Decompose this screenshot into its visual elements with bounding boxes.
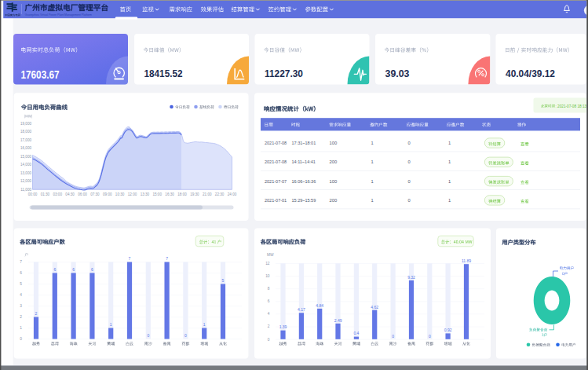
svg-text:0: 0 bbox=[20, 337, 22, 341]
svg-text:6: 6 bbox=[72, 267, 75, 272]
svg-text:7: 7 bbox=[166, 256, 168, 261]
svg-text:14,000: 14,000 bbox=[20, 163, 31, 167]
svg-text:7: 7 bbox=[20, 260, 22, 264]
svg-text:10: 10 bbox=[265, 274, 270, 278]
svg-text:13,000: 13,000 bbox=[20, 171, 31, 175]
svg-text:18,000: 18,000 bbox=[20, 130, 31, 134]
svg-text:15:29~15:59: 15:29~15:59 bbox=[292, 198, 316, 203]
svg-text:6: 6 bbox=[20, 271, 22, 275]
svg-text:1: 1 bbox=[371, 198, 374, 203]
svg-text:: 2021-07-08 18:13: : 2021-07-08 18:13 bbox=[556, 104, 587, 108]
svg-text:10:30: 10:30 bbox=[115, 192, 125, 196]
svg-text:0: 0 bbox=[392, 334, 394, 339]
svg-text:3: 3 bbox=[20, 304, 22, 308]
svg-text:1: 1 bbox=[371, 179, 374, 184]
svg-text:15,000: 15,000 bbox=[20, 155, 31, 159]
svg-text:0: 0 bbox=[184, 333, 187, 338]
svg-text:1: 1 bbox=[371, 159, 374, 164]
svg-text:19,000: 19,000 bbox=[20, 122, 31, 126]
svg-text:09:00: 09:00 bbox=[103, 192, 112, 196]
svg-text:40.04/39.12: 40.04/39.12 bbox=[506, 68, 555, 79]
svg-text:16:30: 16:30 bbox=[165, 192, 174, 196]
svg-text:11227.30: 11227.30 bbox=[265, 68, 303, 79]
svg-text:2.49: 2.49 bbox=[334, 318, 342, 323]
svg-text:0: 0 bbox=[408, 198, 411, 203]
svg-text:6: 6 bbox=[53, 267, 56, 272]
svg-text:1: 1 bbox=[110, 322, 112, 327]
svg-text:24:00: 24:00 bbox=[228, 192, 237, 196]
svg-text:9.32: 9.32 bbox=[407, 275, 415, 280]
svg-text:01:30: 01:30 bbox=[41, 192, 50, 196]
svg-text:0.4: 0.4 bbox=[353, 331, 359, 335]
svg-text:4.62: 4.62 bbox=[371, 305, 378, 310]
svg-text:03:00: 03:00 bbox=[53, 192, 62, 196]
svg-text:00:00: 00:00 bbox=[28, 192, 38, 196]
svg-text:21:00: 21:00 bbox=[203, 192, 212, 196]
svg-text:1: 1 bbox=[448, 159, 451, 164]
svg-text:6: 6 bbox=[91, 267, 93, 272]
svg-text:100: 100 bbox=[330, 141, 338, 145]
svg-text:0: 0 bbox=[408, 159, 411, 164]
svg-text:2021-07-08: 2021-07-08 bbox=[265, 159, 287, 164]
svg-text:16,000: 16,000 bbox=[20, 146, 31, 150]
svg-text:2021-07-01: 2021-07-01 bbox=[265, 198, 287, 203]
svg-text:12,000: 12,000 bbox=[20, 179, 31, 183]
svg-text:14:11~14:41: 14:11~14:41 bbox=[292, 159, 316, 164]
svg-text:0.92: 0.92 bbox=[444, 328, 452, 332]
svg-text:2021-07-08: 2021-07-08 bbox=[265, 141, 287, 145]
svg-text:0: 0 bbox=[268, 338, 270, 342]
svg-text:16:06~16:36: 16:06~16:36 bbox=[292, 179, 316, 184]
svg-text:18:00: 18:00 bbox=[177, 192, 187, 196]
svg-text:MW: MW bbox=[267, 253, 274, 257]
svg-text:8: 8 bbox=[268, 287, 270, 291]
svg-text:2021-07-07: 2021-07-07 bbox=[265, 179, 287, 184]
svg-text:17:31~18:01: 17:31~18:01 bbox=[292, 141, 316, 145]
svg-text:04:30: 04:30 bbox=[65, 192, 75, 196]
svg-text:39.03: 39.03 bbox=[385, 68, 410, 79]
svg-text:17603.67: 17603.67 bbox=[21, 69, 60, 81]
svg-text:11.89: 11.89 bbox=[462, 258, 471, 263]
svg-text:4: 4 bbox=[20, 293, 22, 297]
svg-text:6: 6 bbox=[268, 299, 270, 303]
svg-text:0: 0 bbox=[408, 141, 411, 145]
svg-text:12:00: 12:00 bbox=[128, 192, 137, 196]
svg-text:12: 12 bbox=[265, 262, 270, 266]
svg-text:15:00: 15:00 bbox=[152, 192, 162, 196]
svg-text:200: 200 bbox=[330, 159, 338, 164]
svg-text:2: 2 bbox=[268, 324, 270, 328]
svg-text:0: 0 bbox=[147, 333, 149, 338]
svg-text:1.39: 1.39 bbox=[279, 324, 287, 329]
svg-text:4.17: 4.17 bbox=[298, 307, 305, 312]
svg-text:18415.52: 18415.52 bbox=[144, 68, 183, 79]
svg-text:4: 4 bbox=[268, 312, 270, 316]
svg-text:19:30: 19:30 bbox=[190, 192, 199, 196]
svg-text:7: 7 bbox=[129, 256, 131, 261]
svg-text:22:30: 22:30 bbox=[215, 192, 225, 196]
svg-text:07:30: 07:30 bbox=[90, 192, 100, 196]
svg-text:2: 2 bbox=[35, 311, 38, 316]
svg-text:4.84: 4.84 bbox=[316, 303, 323, 308]
svg-text:0: 0 bbox=[408, 179, 411, 184]
svg-text:13:30: 13:30 bbox=[141, 192, 150, 196]
svg-text:5: 5 bbox=[20, 282, 22, 286]
svg-text:17,000: 17,000 bbox=[20, 138, 31, 142]
svg-text:1: 1 bbox=[448, 179, 451, 184]
svg-text:1: 1 bbox=[448, 141, 451, 145]
svg-text:1: 1 bbox=[371, 141, 374, 145]
svg-text:0: 0 bbox=[429, 334, 431, 339]
svg-text:1: 1 bbox=[203, 322, 206, 327]
svg-text:1: 1 bbox=[448, 198, 451, 203]
svg-text:5: 5 bbox=[222, 278, 225, 283]
svg-text:200: 200 bbox=[330, 198, 338, 203]
svg-text:100: 100 bbox=[330, 179, 338, 184]
svg-text:2: 2 bbox=[20, 315, 22, 319]
svg-text:11,000: 11,000 bbox=[20, 188, 31, 192]
svg-text:1: 1 bbox=[20, 326, 22, 330]
svg-text:06:00: 06:00 bbox=[78, 192, 87, 196]
svg-text:Guangzhou Virtual Power Plant: Guangzhou Virtual Power Plant Management… bbox=[25, 13, 92, 16]
